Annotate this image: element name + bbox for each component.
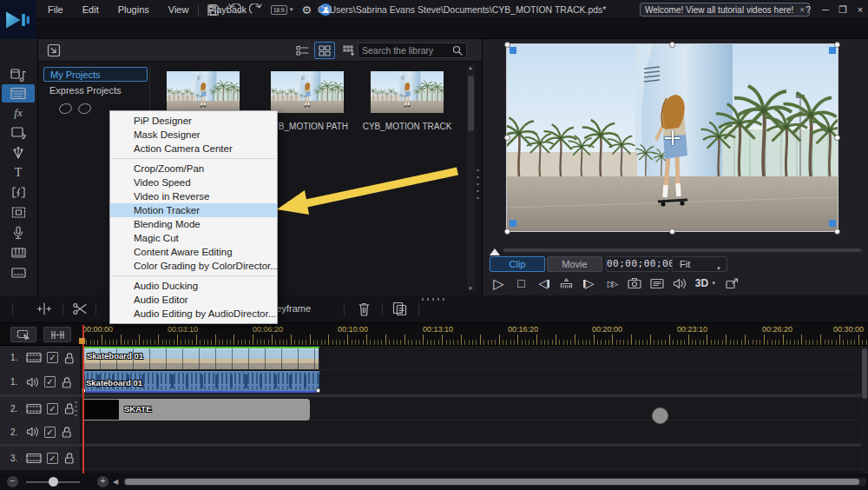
menu-item-video-in-reverse[interactable]: Video in Reverse	[110, 189, 277, 203]
selection-handle[interactable]	[504, 228, 510, 235]
redo-icon[interactable]	[249, 3, 263, 16]
menu-item-content-aware-editing[interactable]: Content Aware Editing	[110, 245, 277, 259]
unlock-icon[interactable]	[61, 376, 72, 388]
video-clip-skateboard[interactable]: Skateboard 01	[82, 347, 319, 369]
track-height-button[interactable]	[43, 327, 71, 342]
timeline-horizontal-scrollbar[interactable]	[123, 478, 866, 486]
tab-express-projects[interactable]: Express Projects	[43, 83, 148, 98]
selection-handle[interactable]	[834, 135, 840, 141]
volume-button[interactable]	[670, 275, 688, 292]
playhead-grip[interactable]	[79, 338, 85, 344]
zoom-out-button[interactable]: −	[7, 476, 18, 487]
unlock-icon[interactable]	[63, 452, 75, 464]
media-room-icon[interactable]	[2, 65, 35, 83]
audio-clip-skateboard[interactable]: Skateboard 01	[82, 371, 319, 393]
selection-handle[interactable]	[504, 42, 510, 48]
enable-track-checkbox[interactable]: ✓	[44, 376, 56, 387]
help-button[interactable]: ?	[802, 4, 814, 15]
play-button[interactable]: ▷	[490, 275, 508, 292]
preview-quality-button[interactable]	[648, 275, 666, 292]
search-input[interactable]	[362, 45, 452, 56]
menu-item-audio-editing-audiodirector[interactable]: Audio Editing by AudioDirector...	[110, 307, 277, 321]
scroll-up-icon[interactable]: ▲	[468, 65, 473, 70]
preview-seekbar[interactable]	[503, 248, 861, 252]
zoom-in-button[interactable]: +	[97, 476, 108, 487]
menu-item-video-speed[interactable]: Video Speed	[110, 175, 277, 189]
undo-icon[interactable]	[227, 3, 241, 16]
voiceover-room-icon[interactable]	[2, 223, 35, 242]
extract-notes-icon[interactable]	[392, 301, 407, 316]
selection-handle[interactable]	[504, 135, 510, 141]
scroll-left-icon[interactable]: ◀	[113, 478, 118, 486]
menu-item-blending-mode[interactable]: Blending Mode	[110, 217, 277, 231]
chapter-room-icon[interactable]	[2, 243, 35, 262]
enable-track-checkbox[interactable]: ✓	[44, 427, 56, 438]
clip-mode-button[interactable]: Clip	[490, 256, 545, 272]
menu-item-pip-designer[interactable]: PiP Designer	[110, 114, 277, 128]
keyframe-room-icon[interactable]	[2, 203, 35, 222]
jog-button[interactable]	[557, 275, 575, 292]
undock-preview-button[interactable]	[723, 275, 741, 292]
selection-handle[interactable]	[669, 228, 675, 235]
fast-forward-button[interactable]: ▷▷	[602, 275, 621, 292]
title-room-icon[interactable]: T	[2, 163, 35, 182]
selection-handle[interactable]	[834, 228, 840, 235]
project-thumbnail-3[interactable]	[371, 71, 444, 113]
menu-item-audio-ducking[interactable]: Audio Ducking	[110, 279, 277, 293]
unlock-icon[interactable]	[63, 402, 75, 414]
grid-view-button[interactable]	[314, 42, 335, 59]
timeline-ruler[interactable]: 00:00:00 00:03:10 00:06:20 00:10:00 00:1…	[0, 323, 868, 346]
range-select-button[interactable]	[10, 327, 36, 342]
tutorial-notification[interactable]: Welcome! View all tutorial videos here! …	[640, 3, 810, 17]
track-collapse-handle[interactable]	[75, 401, 77, 417]
crosshair-icon[interactable]	[665, 130, 680, 145]
scrollbar-thumb[interactable]	[468, 76, 474, 131]
enable-track-checkbox[interactable]: ✓	[47, 403, 58, 414]
menu-item-mask-designer[interactable]: Mask Designer	[110, 128, 277, 142]
menu-item-audio-editor[interactable]: Audio Editor	[110, 293, 277, 307]
snap-align-icon[interactable]	[36, 302, 52, 315]
menu-item-color-grading[interactable]: Color Grading by ColorDirector...	[110, 259, 277, 273]
clip-end-handle[interactable]	[316, 388, 320, 393]
split-scissors-icon[interactable]	[73, 302, 87, 315]
panel-splitter[interactable]	[477, 169, 479, 204]
unlock-icon[interactable]	[61, 426, 72, 438]
selection-handle[interactable]	[834, 42, 840, 48]
menu-file[interactable]: File	[38, 0, 73, 19]
tab-my-projects[interactable]: My Projects	[43, 67, 148, 82]
next-frame-button[interactable]: ▷	[580, 275, 598, 292]
list-view-button[interactable]	[292, 42, 312, 59]
transition-room-icon[interactable]	[2, 183, 35, 202]
project-thumbnail-1[interactable]	[167, 71, 240, 113]
scrollbar-thumb[interactable]	[862, 348, 867, 399]
close-button[interactable]: ×	[854, 4, 866, 15]
pip-objects-room-icon[interactable]	[2, 123, 35, 142]
stop-button[interactable]: □	[512, 275, 530, 292]
menu-item-crop-zoom-pan[interactable]: Crop/Zoom/Pan	[110, 162, 277, 175]
menu-item-magic-cut[interactable]: Magic Cut	[110, 231, 277, 245]
restore-button[interactable]: ❐	[837, 4, 849, 16]
menu-edit[interactable]: Edit	[73, 0, 108, 19]
sort-options-button[interactable]	[339, 42, 359, 59]
movie-mode-button[interactable]: Movie	[547, 256, 602, 272]
menu-item-action-camera-center[interactable]: Action Camera Center	[110, 142, 277, 156]
delete-trash-icon[interactable]	[358, 301, 371, 316]
corner-rotate-icon[interactable]	[510, 47, 516, 54]
library-scrollbar[interactable]: ▲ ▼	[467, 65, 475, 291]
zoom-slider-thumb[interactable]	[49, 477, 58, 487]
import-media-icon[interactable]	[47, 43, 61, 57]
aspect-ratio-dropdown[interactable]: 16:9▼	[271, 5, 294, 15]
menu-plugins[interactable]: Plugins	[108, 0, 159, 19]
project-thumbnail-2[interactable]	[271, 71, 344, 113]
unlock-icon[interactable]	[63, 352, 75, 364]
enable-track-checkbox[interactable]: ✓	[47, 453, 58, 464]
panel-resize-handle[interactable]	[422, 298, 446, 301]
save-icon[interactable]	[207, 3, 220, 17]
3d-mode-button[interactable]: 3D▼	[693, 275, 719, 292]
corner-rotate-icon[interactable]	[829, 47, 836, 54]
timeline-vertical-scrollbar[interactable]	[861, 346, 868, 473]
effect-room-icon[interactable]: fx	[2, 103, 35, 122]
project-room-icon[interactable]	[2, 84, 35, 103]
particle-room-icon[interactable]	[2, 143, 35, 162]
title-clip-skate[interactable]: SKATE	[82, 399, 310, 420]
